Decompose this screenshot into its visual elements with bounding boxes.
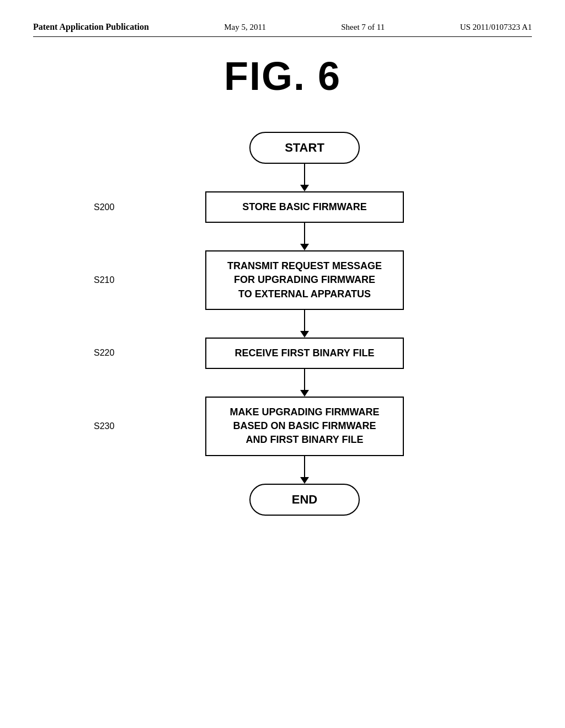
step-label-s230: S230: [94, 421, 114, 431]
figure-title: FIG. 6: [33, 53, 532, 99]
arrow-2: [77, 223, 532, 250]
arrow-line-2: [304, 223, 305, 244]
arrow-line-1: [304, 164, 305, 185]
arrowhead-2: [300, 244, 309, 250]
step-s200-row: S200 STORE BASIC FIRMWARE: [77, 191, 532, 223]
sheet-label: Sheet 7 of 11: [341, 23, 385, 32]
step-s230-box: MAKE UPGRADING FIRMWARE BASED ON BASIC F…: [205, 397, 404, 456]
arrowhead-5: [300, 477, 309, 484]
publication-label: Patent Application Publication: [33, 22, 149, 32]
start-box: START: [249, 132, 360, 164]
date-label: May 5, 2011: [224, 23, 266, 32]
arrow-line-5: [304, 456, 305, 477]
end-box: END: [249, 484, 360, 516]
end-row: END: [77, 484, 532, 516]
arrow-5: [77, 456, 532, 484]
step-s220-row: S220 RECEIVE FIRST BINARY FILE: [77, 338, 532, 369]
step-label-s210: S210: [94, 275, 114, 285]
arrowhead-3: [300, 331, 309, 338]
start-row: START: [77, 132, 532, 164]
header: Patent Application Publication May 5, 20…: [33, 22, 532, 37]
arrow-1: [77, 164, 532, 191]
arrow-4: [77, 369, 532, 397]
arrow-line-4: [304, 369, 305, 390]
arrow-3: [77, 310, 532, 338]
step-s220-box: RECEIVE FIRST BINARY FILE: [205, 338, 404, 369]
step-s230-row: S230 MAKE UPGRADING FIRMWARE BASED ON BA…: [77, 397, 532, 456]
flowchart: START S200 STORE BASIC FIRMWARE S210 TRA…: [77, 132, 532, 516]
step-s210-box: TRANSMIT REQUEST MESSAGE FOR UPGRADING F…: [205, 250, 404, 310]
arrow-line-3: [304, 310, 305, 331]
page: Patent Application Publication May 5, 20…: [0, 0, 565, 728]
arrowhead-1: [300, 185, 309, 191]
arrowhead-4: [300, 390, 309, 397]
patent-number: US 2011/0107323 A1: [460, 23, 532, 32]
step-s210-row: S210 TRANSMIT REQUEST MESSAGE FOR UPGRAD…: [77, 250, 532, 310]
step-label-s220: S220: [94, 348, 114, 358]
step-s200-box: STORE BASIC FIRMWARE: [205, 191, 404, 223]
step-label-s200: S200: [94, 202, 114, 212]
